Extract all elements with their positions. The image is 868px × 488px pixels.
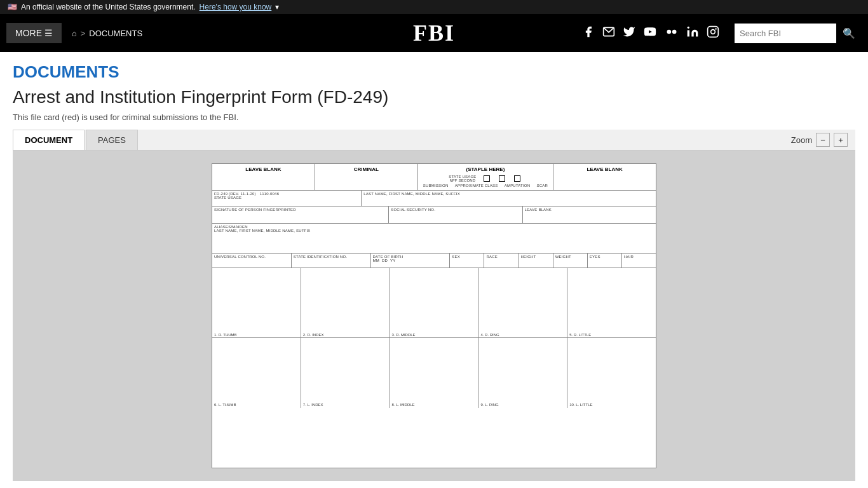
- finger-r-ring-label: 4. R. RING: [480, 333, 565, 337]
- finger-r-thumb: 1. R. THUMB: [212, 268, 301, 338]
- youtube-icon[interactable]: [643, 25, 657, 41]
- finger-r-thumb-label: 1. R. THUMB: [214, 333, 299, 337]
- nav-bar: MORE ☰ ⌂ > DOCUMENTS FBI 🔍: [0, 14, 868, 52]
- finger-l-middle: 8. L. MIDDLE: [390, 338, 479, 408]
- finger-r-middle-label: 3. R. MIDDLE: [392, 333, 477, 337]
- dd-label: DD: [382, 259, 388, 262]
- finger-r-little: 5. R. LITTLE: [567, 268, 656, 338]
- zoom-bar: Zoom − +: [791, 130, 855, 150]
- gov-banner-link[interactable]: Here's how you know: [200, 3, 272, 11]
- scar-label: SCAR: [537, 184, 548, 187]
- more-button[interactable]: MORE ☰: [6, 23, 62, 43]
- document-viewer: LEAVE BLANK CRIMINAL (STAPLE HERE) STATE…: [13, 151, 855, 481]
- approx-class-label: APPROXIMATE CLASS: [455, 184, 498, 187]
- ucn-cell: UNIVERSAL CONTROL NO.: [212, 254, 292, 268]
- sig-ssn-row: SIGNATURE OF PERSON FINGERPRINTED SOCIAL…: [212, 207, 656, 224]
- aliases-cell: ALIASES/MAIDEN LAST NAME, FIRST NAME, MI…: [212, 224, 656, 253]
- form-leave-blank-right: LEAVE BLANK: [553, 164, 656, 190]
- finger-r-ring: 4. R. RING: [478, 268, 567, 338]
- tab-document[interactable]: DOCUMENT: [13, 130, 85, 150]
- criminal-label: CRIMINAL: [317, 166, 416, 172]
- state-id-cell: STATE IDENTIFICATION NO.: [292, 254, 371, 268]
- staple-here-label: (STAPLE HERE): [420, 166, 551, 172]
- finger-l-index-label: 7. L. INDEX: [303, 403, 388, 407]
- twitter-icon[interactable]: [623, 25, 635, 41]
- site-logo: FBI: [413, 20, 455, 46]
- leave-blank-right-label: LEAVE BLANK: [555, 166, 654, 172]
- gov-banner: 🇺🇸 An official website of the United Sta…: [0, 0, 868, 14]
- form-criminal-section: CRIMINAL: [315, 164, 418, 190]
- form-staple-section: (STAPLE HERE) STATE USAGE NFF SECOND SUB: [418, 164, 553, 190]
- dob-cell: DATE OF BIRTH MM DD YY: [371, 254, 451, 268]
- svg-point-3: [672, 29, 677, 34]
- search-box[interactable]: 🔍: [735, 24, 862, 43]
- instagram-icon[interactable]: [707, 25, 719, 41]
- finger-r-middle: 3. R. MIDDLE: [390, 268, 479, 338]
- eyes-cell: EYES: [588, 254, 622, 268]
- svg-rect-4: [688, 30, 689, 36]
- breadcrumb-documents[interactable]: DOCUMENTS: [89, 29, 142, 38]
- form-header-row: LEAVE BLANK CRIMINAL (STAPLE HERE) STATE…: [212, 164, 656, 191]
- finger-l-ring-label: 9. L. RING: [480, 403, 565, 407]
- breadcrumb-separator: >: [81, 29, 86, 38]
- flickr-icon[interactable]: [665, 25, 679, 41]
- finger-l-middle-label: 8. L. MIDDLE: [392, 403, 477, 407]
- leave-blank-ssn-cell: LEAVE BLANK: [523, 207, 656, 223]
- page-subtitle: This file card (red) is used for crimina…: [13, 112, 855, 122]
- finger-r-index: 2. R. INDEX: [301, 268, 390, 338]
- zoom-out-button[interactable]: −: [816, 133, 830, 147]
- name-fields-cell: LAST NAME, FIRST NAME, MIDDLE NAME, SUFF…: [362, 191, 656, 206]
- finger-l-index: 7. L. INDEX: [301, 338, 390, 408]
- race-cell: RACE: [484, 254, 519, 268]
- page-content: DOCUMENTS Arrest and Institution Fingerp…: [0, 52, 868, 481]
- yy-label: YY: [390, 259, 395, 262]
- leave-blank-label: LEAVE BLANK: [214, 166, 313, 172]
- aliases-row: ALIASES/MAIDEN LAST NAME, FIRST NAME, MI…: [212, 224, 656, 254]
- fingerprint-form: LEAVE BLANK CRIMINAL (STAPLE HERE) STATE…: [212, 163, 656, 468]
- tab-pages[interactable]: PAGES: [86, 130, 138, 150]
- section-heading: DOCUMENTS: [13, 62, 855, 82]
- left-hand-row: 6. L. THUMB 7. L. INDEX 8. L. MIDDLE 9. …: [212, 338, 656, 408]
- omb-text: 1110-0046: [260, 192, 280, 196]
- home-link[interactable]: ⌂: [72, 29, 77, 38]
- finger-l-thumb-label: 6. L. THUMB: [214, 403, 299, 407]
- facebook-icon[interactable]: [582, 25, 595, 41]
- finger-l-ring: 9. L. RING: [478, 338, 567, 408]
- email-icon[interactable]: [602, 25, 615, 41]
- height-cell: HEIGHT: [519, 254, 553, 268]
- signature-cell: SIGNATURE OF PERSON FINGERPRINTED: [212, 207, 389, 223]
- chevron-down-icon: ▾: [275, 3, 279, 11]
- search-button[interactable]: 🔍: [836, 24, 862, 43]
- finger-l-little-label: 10. L. LITTLE: [569, 403, 654, 407]
- search-input[interactable]: [735, 25, 836, 42]
- form-number-row: FD-249 (Rev. 11-1-20) 1110-0046 STATE US…: [212, 191, 656, 207]
- nff-second-label: NFF SECOND: [449, 179, 476, 182]
- form-leave-blank-left: LEAVE BLANK: [212, 164, 315, 190]
- state-usage2-label: STATE USAGE: [214, 196, 359, 200]
- mm-label: MM: [373, 259, 379, 262]
- zoom-label: Zoom: [791, 135, 812, 145]
- tabs-bar: DOCUMENT PAGES Zoom − +: [13, 130, 855, 151]
- checkbox-amputation: [499, 175, 505, 182]
- hair-cell: HAIR: [622, 254, 656, 268]
- linkedin-icon[interactable]: [686, 25, 699, 41]
- finger-l-thumb: 6. L. THUMB: [212, 338, 301, 408]
- checkbox-scar: [514, 175, 520, 182]
- svg-point-8: [715, 29, 716, 29]
- page-title: Arrest and Institution Fingerprint Form …: [13, 87, 855, 107]
- finger-r-index-label: 2. R. INDEX: [303, 333, 388, 337]
- finger-r-little-label: 5. R. LITTLE: [569, 333, 654, 337]
- weight-cell: WEIGHT: [553, 254, 588, 268]
- social-links: 🔍: [582, 24, 862, 43]
- sex-cell: SEX: [450, 254, 484, 268]
- svg-rect-6: [708, 26, 719, 37]
- form-number-cell: FD-249 (Rev. 11-1-20) 1110-0046 STATE US…: [212, 191, 362, 206]
- svg-point-7: [711, 29, 715, 34]
- amputation-label: AMPUTATION: [505, 184, 530, 187]
- right-hand-row: 1. R. THUMB 2. R. INDEX 3. R. MIDDLE 4. …: [212, 268, 656, 338]
- submission-label: SUBMISSION: [423, 184, 449, 187]
- zoom-in-button[interactable]: +: [834, 133, 848, 147]
- svg-point-2: [667, 29, 672, 34]
- flag-icon: 🇺🇸: [8, 3, 17, 11]
- ssn-cell: SOCIAL SECURITY NO.: [389, 207, 522, 223]
